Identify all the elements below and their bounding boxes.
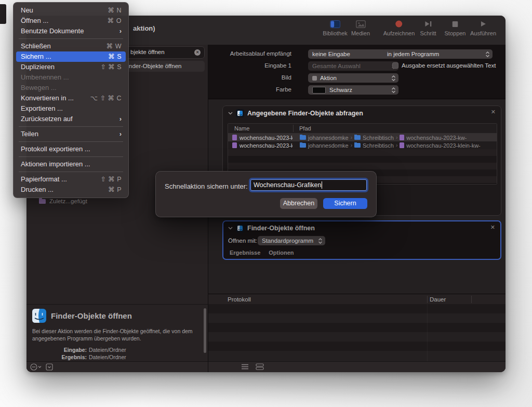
menu-item-umbenennen[interactable]: Umbenennen ... bbox=[16, 72, 126, 83]
finder-app-icon bbox=[32, 309, 46, 323]
close-action-icon[interactable]: ✕ bbox=[491, 109, 496, 115]
popup-value: Gesamte Auswahl bbox=[312, 63, 391, 69]
table-row[interactable]: wochenschau-2023-klei johannesdomke › Sc… bbox=[228, 141, 497, 149]
window-title: aktion) bbox=[133, 24, 155, 32]
toolbar-stop-button[interactable]: Stoppen bbox=[445, 19, 466, 36]
menu-item-oeffnen[interactable]: Öffnen ...⌘ O bbox=[16, 16, 126, 26]
save-button[interactable]: Sichern bbox=[323, 198, 367, 209]
open-with-label: Öffnen mit: bbox=[228, 238, 257, 244]
log-row-empty bbox=[208, 332, 506, 342]
toolbar-label: Ausführen bbox=[470, 30, 496, 36]
file-icon bbox=[232, 135, 237, 140]
table-stripe bbox=[228, 163, 497, 169]
menu-item-duplizieren[interactable]: Duplizieren⇧ ⌘ S bbox=[16, 62, 126, 72]
more-options-button[interactable] bbox=[30, 363, 43, 371]
background-window-fragment bbox=[0, 4, 6, 24]
menu-separator bbox=[19, 38, 123, 39]
folder-icon bbox=[300, 135, 306, 140]
toolbar-label: Medien bbox=[351, 30, 370, 36]
workflow-settings-panel: Arbeitsablauf empfängt keine Eingabe in … bbox=[208, 45, 506, 99]
menu-item-exportieren[interactable]: Exportieren ... bbox=[16, 103, 126, 114]
results-link[interactable]: Ergebnisse bbox=[230, 250, 260, 256]
panel-toggle-button[interactable] bbox=[46, 363, 53, 371]
menu-item-sichern[interactable]: Sichern ...⌘ S bbox=[16, 51, 126, 62]
result-field-value: Dateien/Ordner bbox=[89, 353, 126, 361]
menu-item-aktionen-importieren[interactable]: Aktionen importieren ... bbox=[16, 159, 126, 169]
save-dialog-label: Schnellaktion sichern unter: bbox=[165, 182, 248, 190]
close-action-icon[interactable]: ✕ bbox=[490, 224, 495, 231]
recents-label-fragment: Zuletz...gefügt bbox=[49, 198, 87, 204]
image-popup[interactable]: Aktion bbox=[308, 73, 398, 83]
menu-item-drucken[interactable]: Drucken ...⌘ P bbox=[16, 185, 126, 195]
path-part: johannesdomke bbox=[308, 135, 349, 141]
save-quick-action-dialog: Schnellaktion sichern unter: Wochenschau… bbox=[155, 171, 377, 217]
menu-separator bbox=[19, 172, 123, 172]
log-row-empty bbox=[208, 313, 506, 323]
popup-value: Aktion bbox=[320, 75, 391, 81]
table-header[interactable]: Name Pfad bbox=[228, 124, 497, 134]
log-column-dauer: Dauer bbox=[430, 294, 446, 305]
toolbar-label: Stoppen bbox=[445, 30, 466, 36]
folder-icon bbox=[300, 143, 306, 148]
output-replaces-text-label: Ausgabe ersetzt ausgewählten Text bbox=[402, 62, 496, 69]
toolbar-run-button[interactable]: Ausführen bbox=[470, 19, 496, 36]
options-link[interactable]: Optionen bbox=[269, 250, 294, 256]
search-clear-icon[interactable]: ✕ bbox=[194, 49, 201, 56]
cancel-button[interactable]: Abbrechen bbox=[280, 198, 317, 209]
toolbar-record-button[interactable]: Aufzeichnen bbox=[383, 19, 415, 36]
color-label: Farbe bbox=[208, 86, 291, 93]
open-with-popup[interactable]: Standardprogramm bbox=[258, 236, 325, 245]
menu-item-teilen[interactable]: Teilen› bbox=[16, 129, 126, 139]
sidebar-bottom-bar bbox=[26, 361, 208, 372]
menu-item-bewegen[interactable]: Bewegen ... bbox=[16, 83, 126, 93]
table-row[interactable]: wochenschau-2023-kw- johannesdomke › Sch… bbox=[228, 134, 497, 141]
popup-value: Standardprogramm bbox=[262, 238, 318, 244]
quick-action-name-input[interactable]: Wochenschau-Grafiken bbox=[250, 179, 367, 191]
menu-item-protokoll-exportieren[interactable]: Protokoll exportieren ... bbox=[16, 144, 126, 154]
description-fields: Eingabe: Dateien/Ordner Ergebnis: Dateie… bbox=[46, 346, 126, 361]
action-title: Finder-Objekte öffnen bbox=[247, 225, 315, 232]
input-field-label: Eingabe: bbox=[46, 346, 87, 353]
column-header-name[interactable]: Name bbox=[234, 124, 249, 133]
menu-separator bbox=[19, 141, 123, 142]
output-replaces-text-checkbox[interactable] bbox=[392, 62, 398, 69]
action-block-open-finder-items[interactable]: Finder-Objekte öffnen ✕ Öffnen mit: Stan… bbox=[222, 220, 501, 260]
path-part: Schreibtisch bbox=[363, 135, 394, 141]
menu-separator bbox=[19, 126, 123, 127]
color-popup[interactable]: Schwarz bbox=[308, 85, 398, 95]
in-application-popup[interactable]: in jedem Programm bbox=[383, 49, 493, 59]
toolbar-step-button[interactable]: Schritt bbox=[420, 19, 436, 36]
popup-chevrons-icon bbox=[391, 87, 396, 93]
log-column-divider[interactable] bbox=[427, 296, 428, 303]
menu-item-zuruecksetzen-auf[interactable]: Zurücksetzen auf› bbox=[16, 114, 126, 124]
toolbar-library-button[interactable]: Bibliothek bbox=[323, 19, 348, 36]
menu-item-papierformat[interactable]: Papierformat ...⇧ ⌘ P bbox=[16, 174, 126, 185]
disclosure-chevron-icon[interactable] bbox=[228, 112, 233, 115]
file-icon bbox=[232, 142, 237, 148]
menu-item-konvertieren-in[interactable]: Konvertieren in ...⌥ ⇧ ⌘ C bbox=[16, 93, 126, 103]
toolbar-media-button[interactable]: Medien bbox=[351, 19, 370, 36]
path-part: Schreibtisch bbox=[363, 142, 394, 149]
column-divider[interactable] bbox=[293, 125, 294, 132]
action-item-label-fragment: nder-Objekte öffnen bbox=[129, 63, 181, 69]
menu-item-neu[interactable]: Neu⌘ N bbox=[16, 5, 126, 16]
description-scrollbar[interactable] bbox=[204, 308, 206, 353]
column-header-path[interactable]: Pfad bbox=[299, 124, 311, 133]
sidebar-item-recently-added[interactable]: Zuletz...gefügt bbox=[39, 198, 87, 204]
media-icon bbox=[351, 19, 370, 29]
menu-item-benutzte-dokumente[interactable]: Benutzte Dokumente› bbox=[16, 26, 126, 36]
color-swatch-black bbox=[312, 87, 326, 94]
action-icon bbox=[236, 109, 244, 117]
step-icon bbox=[420, 19, 436, 29]
path-separator: › bbox=[396, 142, 397, 148]
log-panel-view-button[interactable] bbox=[256, 363, 264, 370]
file-name: wochenschau-2023-klei bbox=[240, 142, 292, 149]
menu-item-schliessen[interactable]: Schließen⌘ W bbox=[16, 41, 126, 51]
disclosure-chevron-icon[interactable] bbox=[228, 227, 233, 230]
popup-value: Schwarz bbox=[329, 87, 391, 93]
log-list-view-button[interactable] bbox=[241, 363, 249, 370]
file-icon bbox=[400, 142, 404, 148]
input1-popup[interactable]: Gesamte Auswahl bbox=[308, 61, 398, 71]
popup-chevrons-icon bbox=[485, 51, 490, 57]
log-column-divider[interactable] bbox=[471, 296, 472, 303]
